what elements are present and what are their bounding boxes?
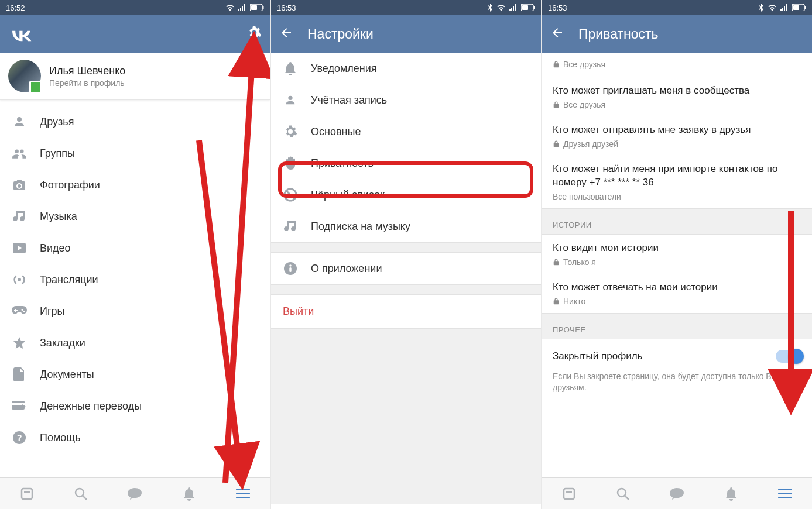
nav-music[interactable]: Музыка bbox=[0, 201, 270, 232]
privacy-value: Только я bbox=[563, 257, 596, 267]
settings-notifications[interactable]: Уведомления bbox=[271, 53, 541, 84]
tab-messages[interactable] bbox=[126, 486, 143, 502]
privacy-value: Все пользователи bbox=[553, 192, 621, 201]
nav-live[interactable]: Трансляции bbox=[0, 264, 270, 295]
battery-icon bbox=[250, 4, 264, 11]
tab-feed[interactable] bbox=[561, 486, 577, 502]
card-icon bbox=[12, 398, 27, 414]
tab-menu[interactable] bbox=[235, 486, 251, 502]
settings-blacklist[interactable]: Чёрный список bbox=[271, 179, 541, 211]
profile-card[interactable]: Илья Шевченко Перейти в профиль bbox=[0, 53, 270, 100]
svg-point-4 bbox=[18, 278, 21, 281]
svg-rect-29 bbox=[564, 489, 574, 499]
privacy-title: Кто может отвечать на мои истории bbox=[553, 281, 801, 294]
nav-bookmarks[interactable]: Закладки bbox=[0, 327, 270, 359]
nav-videos[interactable]: Видео bbox=[0, 232, 270, 264]
nav-friends[interactable]: Друзья bbox=[0, 106, 270, 137]
tab-notifications[interactable] bbox=[181, 486, 197, 502]
privacy-title: Кто может отправлять мне заявку в друзья bbox=[553, 123, 801, 137]
nav-label: Друзья bbox=[40, 116, 74, 128]
arrow-left-icon bbox=[550, 26, 564, 40]
lock-icon bbox=[553, 101, 560, 108]
wifi-icon bbox=[225, 4, 235, 11]
toggle-switch[interactable] bbox=[776, 350, 801, 363]
svg-rect-33 bbox=[778, 489, 792, 490]
music-icon bbox=[283, 219, 298, 234]
svg-line-32 bbox=[625, 496, 628, 499]
screen-menu: 16:52 Илья Шевченко Перейти в профиль Др… bbox=[0, 0, 270, 509]
star-icon bbox=[12, 335, 27, 350]
tab-notifications[interactable] bbox=[723, 486, 739, 502]
nav-docs[interactable]: Документы bbox=[0, 359, 270, 390]
privacy-value: Все друзья bbox=[563, 60, 605, 69]
tab-messages[interactable] bbox=[669, 486, 685, 502]
nav-help[interactable]: ? Помощь bbox=[0, 422, 270, 453]
lock-icon bbox=[553, 259, 560, 266]
nav-money[interactable]: Денежные переводы bbox=[0, 390, 270, 422]
svg-rect-10 bbox=[24, 491, 30, 493]
back-button[interactable] bbox=[279, 26, 293, 42]
settings-label: Уведомления bbox=[311, 63, 377, 75]
nav-groups[interactable]: Группы bbox=[0, 137, 270, 169]
wifi-icon bbox=[496, 4, 506, 11]
privacy-row-stories-see[interactable]: Кто видит мои истории Только я bbox=[542, 235, 812, 274]
settings-label: Основные bbox=[311, 126, 361, 138]
status-icons bbox=[487, 4, 535, 12]
privacy-row-top[interactable]: Все друзья bbox=[542, 53, 812, 77]
privacy-row-invite-groups[interactable]: Кто может приглашать меня в сообщества В… bbox=[542, 77, 812, 116]
settings-label: Учётная запись bbox=[311, 94, 387, 106]
nav-label: Группы bbox=[40, 147, 75, 160]
svg-line-22 bbox=[286, 191, 294, 199]
status-icons bbox=[225, 4, 264, 11]
settings-account[interactable]: Учётная запись bbox=[271, 84, 541, 116]
tab-feed[interactable] bbox=[19, 486, 35, 502]
privacy-row-friend-request[interactable]: Кто может отправлять мне заявку в друзья… bbox=[542, 116, 812, 156]
lock-icon bbox=[553, 298, 560, 305]
header bbox=[0, 15, 270, 53]
header: Настройки bbox=[271, 15, 541, 53]
settings-privacy[interactable]: Приватность bbox=[271, 147, 541, 179]
back-button[interactable] bbox=[550, 26, 564, 42]
music-icon bbox=[12, 209, 27, 224]
vk-logo-icon bbox=[8, 26, 33, 42]
settings-general[interactable]: Основные bbox=[271, 116, 541, 147]
nav-games[interactable]: Игры bbox=[0, 295, 270, 327]
settings-button[interactable] bbox=[246, 25, 262, 43]
bottom-nav bbox=[0, 477, 270, 509]
svg-rect-15 bbox=[236, 497, 250, 498]
settings-music-sub[interactable]: Подписка на музыку bbox=[271, 211, 541, 242]
privacy-title: Кто может найти меня при импорте контакт… bbox=[553, 163, 801, 190]
tab-search[interactable] bbox=[615, 486, 631, 502]
screen-privacy: 16:53 Приватность Все друзья Кто может п… bbox=[542, 0, 812, 509]
section-header-stories: ИСТОРИИ bbox=[542, 208, 812, 235]
tab-menu[interactable] bbox=[777, 486, 793, 502]
status-time: 16:53 bbox=[548, 4, 567, 12]
settings-label: Приватность bbox=[311, 157, 374, 170]
svg-point-24 bbox=[289, 264, 292, 267]
toggle-label: Закрытый профиль bbox=[553, 350, 642, 362]
svg-rect-20 bbox=[534, 6, 535, 9]
signal-icon bbox=[509, 4, 518, 11]
lock-icon bbox=[553, 140, 560, 147]
settings-about[interactable]: О приложении bbox=[271, 253, 541, 284]
avatar bbox=[8, 60, 41, 92]
svg-text:?: ? bbox=[16, 432, 22, 442]
profile-name: Илья Шевченко bbox=[49, 65, 125, 77]
help-icon: ? bbox=[12, 430, 27, 445]
bluetooth-icon bbox=[487, 4, 493, 12]
svg-rect-27 bbox=[793, 5, 799, 10]
header-title: Настройки bbox=[307, 26, 374, 42]
status-bar: 16:52 bbox=[0, 0, 270, 15]
nav-photos[interactable]: Фотографии bbox=[0, 169, 270, 201]
nav-label: Видео bbox=[40, 242, 71, 254]
privacy-row-stories-reply[interactable]: Кто может отвечать на мои истории Никто bbox=[542, 274, 812, 313]
screen-settings: 16:53 Настройки Уведомления Учётная запи… bbox=[271, 0, 541, 509]
tab-search[interactable] bbox=[73, 486, 89, 502]
privacy-row-import[interactable]: Кто может найти меня при импорте контакт… bbox=[542, 156, 812, 208]
camera-icon bbox=[12, 177, 27, 192]
gear-icon bbox=[283, 124, 298, 139]
logout-button[interactable]: Выйти bbox=[271, 295, 541, 328]
nav-label: Закладки bbox=[40, 337, 85, 349]
document-icon bbox=[12, 367, 27, 382]
privacy-closed-profile[interactable]: Закрытый профиль bbox=[542, 339, 812, 369]
